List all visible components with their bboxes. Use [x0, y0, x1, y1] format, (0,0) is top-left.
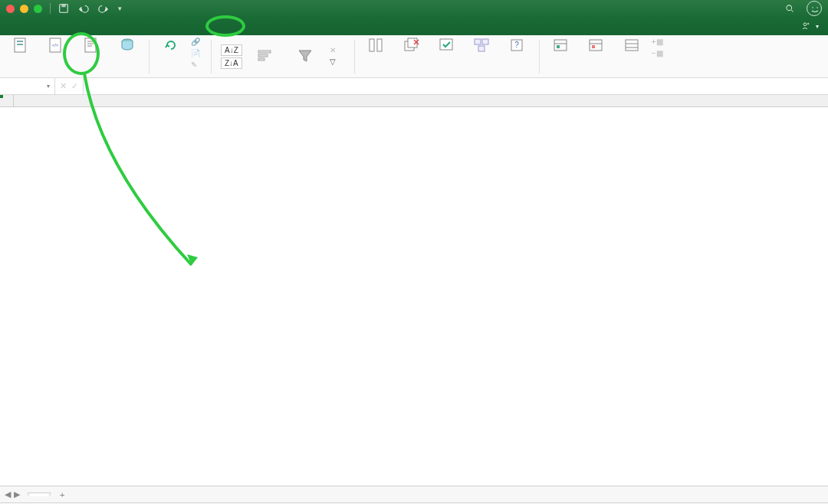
sheet-tab-sheet1[interactable] — [28, 493, 51, 496]
svg-rect-28 — [440, 39, 452, 50]
from-html-button[interactable]: </> — [40, 37, 74, 54]
from-filemaker-button[interactable] — [5, 37, 38, 54]
feedback-smile-icon[interactable] — [807, 1, 822, 16]
svg-rect-20 — [258, 54, 268, 57]
svg-text:?: ? — [514, 41, 519, 49]
qat-chevron-icon[interactable]: ▾ — [118, 5, 122, 12]
refresh-all-button[interactable] — [154, 37, 188, 54]
close-window-button[interactable] — [6, 5, 15, 13]
subtotal-button[interactable] — [615, 37, 649, 54]
cell-area[interactable] — [14, 107, 828, 486]
svg-text:</>: </> — [52, 43, 59, 47]
consolidate-button[interactable] — [465, 37, 499, 54]
edit-links-button[interactable]: ✎ — [189, 60, 206, 70]
svg-point-6 — [803, 23, 807, 26]
share-button[interactable]: ▾ — [800, 21, 819, 31]
share-icon — [800, 21, 810, 31]
svg-rect-11 — [17, 44, 23, 45]
svg-rect-31 — [478, 46, 485, 51]
column-headers[interactable] — [14, 95, 828, 107]
svg-line-3 — [791, 10, 793, 11]
filter-button[interactable] — [288, 47, 322, 65]
formula-bar: ▾ ✕ ✓ — [0, 78, 828, 95]
svg-rect-14 — [85, 38, 96, 52]
svg-point-5 — [816, 7, 818, 8]
sheet-nav-next[interactable]: ▶ — [14, 489, 20, 499]
ribbon-tabs: ▾ — [0, 17, 828, 35]
connections-group: 🔗 📄 ✎ — [189, 37, 206, 70]
spreadsheet-grid[interactable] — [0, 95, 828, 486]
titlebar: ▾ — [0, 0, 828, 17]
sheet-tab-bar: ◀ ▶ + — [0, 486, 828, 502]
svg-point-2 — [787, 5, 792, 11]
svg-rect-29 — [475, 39, 481, 44]
data-validation-button[interactable] — [430, 37, 464, 54]
sort-za-button[interactable]: Z↓A — [221, 57, 242, 69]
svg-rect-10 — [17, 41, 23, 42]
undo-icon[interactable] — [78, 3, 89, 14]
enter-formula-button[interactable]: ✓ — [71, 81, 78, 91]
properties-button[interactable]: 📄 — [189, 48, 206, 59]
svg-rect-40 — [626, 40, 638, 51]
sort-az-button[interactable]: A↓Z — [221, 44, 242, 56]
minimize-window-button[interactable] — [20, 5, 28, 13]
ungroup-button[interactable] — [580, 37, 613, 54]
advanced-filter-button[interactable]: ▽ — [328, 57, 345, 67]
redo-icon[interactable] — [98, 3, 109, 14]
svg-point-4 — [812, 7, 813, 8]
save-icon[interactable] — [58, 3, 69, 14]
svg-rect-30 — [482, 39, 488, 44]
remove-duplicates-button[interactable] — [395, 37, 429, 54]
search-icon — [785, 4, 794, 13]
svg-rect-21 — [258, 58, 264, 61]
svg-rect-22 — [370, 39, 374, 51]
quick-access-toolbar: ▾ — [58, 3, 122, 14]
svg-rect-23 — [377, 39, 382, 51]
from-text-button[interactable] — [75, 37, 109, 54]
what-if-button[interactable]: ? — [501, 37, 534, 54]
svg-rect-19 — [258, 51, 271, 53]
ribbon-data: </> 🔗 📄 ✎ A↓Z Z↓A ✕ ▽ — [0, 35, 828, 78]
hide-detail-button[interactable]: −▦ — [650, 48, 667, 59]
svg-rect-34 — [554, 40, 567, 51]
cancel-formula-button[interactable]: ✕ — [60, 81, 67, 91]
group-button[interactable] — [544, 37, 578, 54]
window-controls — [6, 5, 42, 13]
show-detail-button[interactable]: +▦ — [650, 37, 667, 47]
clear-filter-button[interactable]: ✕ — [328, 45, 345, 56]
text-to-columns-button[interactable] — [360, 37, 393, 54]
add-sheet-button[interactable]: + — [54, 489, 71, 501]
svg-rect-1 — [61, 5, 65, 8]
select-all-corner[interactable] — [0, 95, 14, 107]
search-sheet[interactable] — [785, 4, 797, 13]
sort-button[interactable] — [248, 47, 282, 65]
new-database-query-button[interactable] — [110, 37, 144, 54]
svg-rect-37 — [590, 40, 602, 51]
svg-rect-39 — [592, 45, 595, 48]
sheet-nav-prev[interactable]: ◀ — [5, 489, 11, 499]
svg-rect-36 — [557, 45, 560, 48]
connections-button[interactable]: 🔗 — [189, 37, 206, 47]
zoom-window-button[interactable] — [34, 5, 42, 13]
namebox-chevron-icon[interactable]: ▾ — [47, 83, 50, 90]
name-box[interactable]: ▾ — [0, 78, 55, 94]
